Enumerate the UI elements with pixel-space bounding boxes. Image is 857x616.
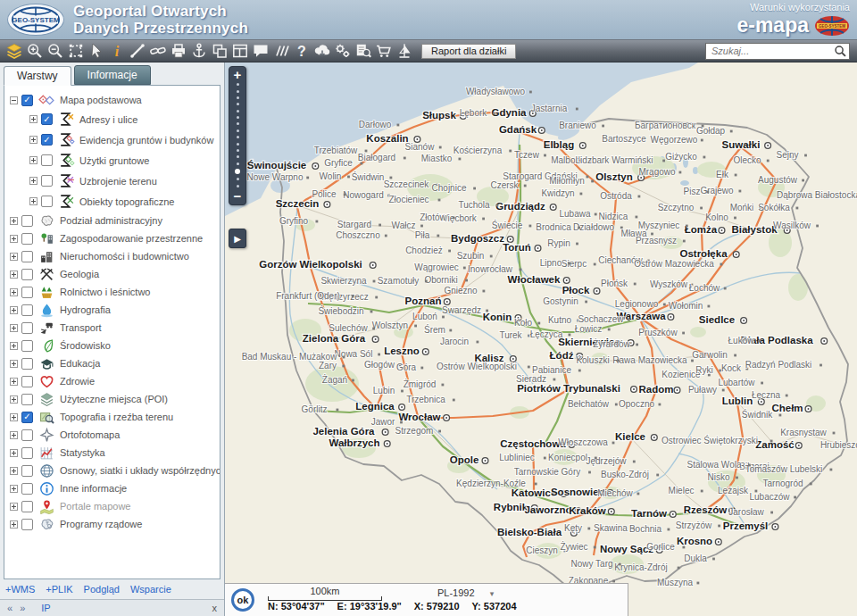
zoom-level-dot[interactable]	[237, 122, 239, 125]
layer-checkbox[interactable]	[21, 233, 33, 245]
zoom-level-dot[interactable]	[237, 129, 239, 132]
layer-item-addresses[interactable]: ✓Adresy i ulice	[29, 109, 218, 129]
expand-node-icon[interactable]	[10, 413, 18, 421]
layers-icon[interactable]	[4, 40, 24, 62]
layer-item-health[interactable]: Zdrowie	[10, 372, 218, 390]
layer-item-transport[interactable]: Transport	[10, 319, 218, 337]
footer-link-podgląd[interactable]: Podgląd	[84, 584, 120, 595]
layer-item-land-use[interactable]: Użytki gruntowe	[29, 150, 218, 171]
expand-node-icon[interactable]	[29, 136, 37, 144]
layer-checkbox[interactable]: ✓	[21, 412, 33, 423]
expand-node-icon[interactable]	[29, 177, 37, 185]
layer-item-topo-objects[interactable]: Obiekty topograficzne	[29, 191, 218, 212]
layer-item-environment[interactable]: Środowisko	[10, 337, 218, 354]
pager-prev-button[interactable]: «	[7, 603, 12, 613]
expand-node-icon[interactable]	[10, 378, 18, 386]
layer-checkbox[interactable]	[21, 483, 33, 495]
expand-node-icon[interactable]	[10, 235, 18, 243]
zoom-level-dot[interactable]	[237, 155, 239, 158]
settings-icon[interactable]	[332, 40, 353, 62]
zoom-out-icon[interactable]	[45, 40, 65, 62]
layer-checkbox[interactable]	[21, 376, 33, 387]
layout-icon[interactable]	[229, 40, 250, 62]
layer-checkbox[interactable]	[21, 304, 33, 316]
zoom-level-dot[interactable]	[237, 90, 239, 93]
layer-checkbox[interactable]	[41, 154, 53, 166]
footer-link-wms[interactable]: +WMS	[5, 584, 35, 595]
zoom-level-dot[interactable]	[237, 116, 239, 119]
layer-checkbox[interactable]	[21, 287, 33, 298]
zoom-level-dot[interactable]	[237, 83, 239, 86]
layer-item-gov-programs[interactable]: Programy rządowe	[10, 515, 218, 533]
expand-node-icon[interactable]	[29, 156, 37, 164]
expand-node-icon[interactable]	[10, 342, 18, 350]
terms-link[interactable]: Warunki wykorzystania	[750, 2, 850, 12]
layer-item-other-info[interactable]: Inne informacje	[10, 479, 218, 497]
sail-icon[interactable]	[394, 40, 414, 62]
cloud-icon[interactable]	[312, 40, 332, 62]
expand-node-icon[interactable]	[10, 306, 18, 314]
layer-item-grids[interactable]: Osnowy, siatki i układy współrzędnych	[10, 462, 218, 479]
cart-icon[interactable]	[373, 40, 394, 62]
zoom-level-dot[interactable]	[237, 96, 239, 99]
layer-item-base-map[interactable]: ✓Mapa podstawowa	[10, 91, 218, 109]
zoom-level-dot[interactable]	[237, 185, 239, 187]
layer-item-parcels[interactable]: ✓Ewidencja gruntów i budynków	[29, 129, 218, 150]
search-icon[interactable]	[834, 45, 847, 58]
layer-checkbox[interactable]: ✓	[21, 95, 33, 106]
layer-item-utilities[interactable]: Uzbrojenie terenu	[29, 171, 218, 191]
layer-item-map-portals[interactable]: Portale mapowe	[10, 497, 218, 515]
pointer-icon[interactable]	[86, 40, 106, 62]
tab-informacje[interactable]: Informacje	[74, 65, 151, 85]
crs-select[interactable]: PL-1992 ▾	[437, 587, 494, 598]
info-icon[interactable]: i	[106, 40, 127, 62]
ip-link[interactable]: IP	[41, 603, 50, 613]
print-icon[interactable]	[168, 40, 188, 62]
anchor-icon[interactable]	[188, 40, 209, 62]
expand-node-icon[interactable]	[29, 115, 37, 123]
layer-checkbox[interactable]	[21, 269, 33, 280]
search-input[interactable]	[711, 46, 834, 56]
zoom-out-button[interactable]: −	[234, 189, 242, 203]
measure-multi-icon[interactable]	[270, 40, 291, 62]
layer-item-geology[interactable]: Geologia	[10, 265, 218, 283]
zoom-in-button[interactable]: +	[234, 68, 242, 81]
footer-link-wsparcie[interactable]: Wsparcie	[130, 584, 171, 595]
layer-checkbox[interactable]: ✓	[41, 113, 53, 125]
pager-next-button[interactable]: »	[20, 603, 25, 613]
expand-node-icon[interactable]	[10, 217, 18, 225]
expand-node-icon[interactable]	[10, 485, 18, 493]
expand-node-icon[interactable]	[10, 503, 18, 511]
pager-close-button[interactable]: x	[212, 603, 218, 613]
layer-item-orthophoto[interactable]: Ortofotomapa	[10, 426, 218, 444]
layer-item-agriculture[interactable]: Rolnictwo i leśnictwo	[10, 283, 218, 301]
expand-node-icon[interactable]	[10, 467, 18, 475]
layer-checkbox[interactable]	[21, 447, 33, 459]
zoom-level-dot[interactable]	[237, 178, 239, 180]
layer-item-admin-division[interactable]: Podział administracyjny	[10, 212, 218, 229]
layer-item-poi[interactable]: Użyteczne miejsca (POI)	[10, 390, 218, 408]
expand-node-icon[interactable]	[10, 324, 18, 332]
map-search-icon[interactable]	[353, 40, 373, 62]
layer-checkbox[interactable]	[21, 340, 33, 352]
zoom-level-dot[interactable]	[237, 162, 239, 165]
expand-node-icon[interactable]	[10, 431, 18, 439]
windows-icon[interactable]	[209, 40, 229, 62]
layer-checkbox[interactable]	[21, 501, 33, 512]
layer-checkbox[interactable]	[21, 519, 33, 530]
tab-warstwy[interactable]: Warstwy	[4, 66, 71, 86]
expand-node-icon[interactable]	[10, 288, 18, 296]
comment-icon[interactable]	[250, 40, 270, 62]
layer-checkbox[interactable]	[21, 394, 33, 405]
expand-node-icon[interactable]	[29, 197, 37, 205]
footer-link-plik[interactable]: +PLIK	[46, 584, 72, 595]
zoom-level-dot[interactable]	[237, 136, 239, 138]
ok-button[interactable]: ok	[231, 588, 254, 612]
report-parcel-button[interactable]: Raport dla działki	[421, 44, 516, 59]
expand-node-icon[interactable]	[10, 520, 18, 529]
layer-item-statistics[interactable]: Statystyka	[10, 444, 218, 462]
link-icon[interactable]	[147, 40, 168, 62]
layer-item-topography[interactable]: ✓Topografia i rzeźba terenu	[10, 408, 218, 426]
layer-checkbox[interactable]	[41, 175, 53, 187]
zoom-level-dot[interactable]	[237, 143, 239, 146]
